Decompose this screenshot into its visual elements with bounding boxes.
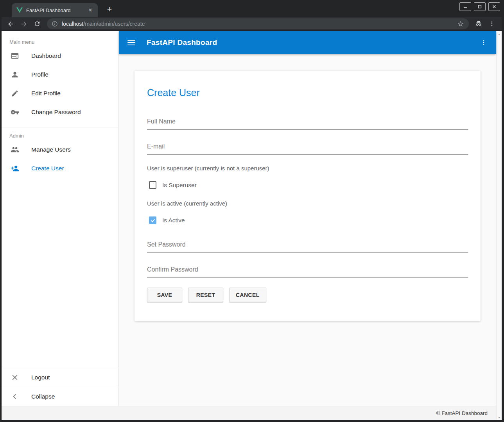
back-button[interactable] [5, 18, 16, 30]
check-icon [150, 218, 156, 223]
create-user-card: Create User User is superuser (currently… [135, 71, 481, 321]
sidebar-item-change-password[interactable]: Change Password [2, 103, 118, 122]
main-area: FastAPI Dashboard Create User [119, 31, 496, 406]
incognito-icon [475, 20, 482, 28]
set-password-field-wrap [147, 240, 468, 253]
app-title: FastAPI Dashboard [147, 38, 217, 47]
forward-button[interactable] [18, 18, 30, 30]
close-x-icon [11, 373, 19, 382]
superuser-note: User is superuser (currently is not a su… [147, 165, 468, 172]
email-field-wrap [147, 141, 468, 155]
sidebar-item-label: Create User [31, 165, 64, 172]
is-active-checkbox[interactable] [149, 216, 156, 224]
reset-button[interactable]: RESET [188, 288, 223, 302]
is-active-label: Is Active [162, 217, 185, 224]
confirm-password-input[interactable] [147, 265, 468, 278]
sidebar-item-dashboard[interactable]: Dashboard [2, 46, 118, 65]
site-info-icon[interactable] [52, 21, 58, 27]
url-text[interactable]: localhost/main/admin/users/create [62, 21, 453, 27]
appbar-menu-button[interactable] [477, 36, 490, 49]
chevron-left-icon [11, 392, 19, 401]
bookmark-star-icon[interactable] [457, 20, 464, 27]
browser-tab[interactable]: FastAPI Dashboard ✕ [12, 3, 98, 17]
pencil-icon [11, 89, 19, 98]
sidebar-item-label: Logout [31, 374, 50, 381]
vue-favicon-icon [16, 7, 23, 13]
is-superuser-checkbox-row[interactable]: Is Superuser [147, 181, 468, 189]
footer-copyright: © FastAPI Dashboard [436, 410, 488, 416]
tab-title: FastAPI Dashboard [26, 7, 83, 13]
sidebar-item-logout[interactable]: Logout [2, 368, 118, 387]
sidebar-section-admin: Admin [2, 127, 118, 140]
tab-close-icon[interactable]: ✕ [87, 7, 94, 14]
reload-button[interactable] [31, 18, 43, 30]
url-host: localhost [62, 21, 83, 27]
three-dots-icon [481, 39, 487, 46]
sidebar-section-main-menu: Main menu [2, 31, 118, 46]
incognito-indicator [473, 18, 484, 30]
is-superuser-label: Is Superuser [162, 182, 197, 189]
tab-strip: FastAPI Dashboard ✕ + [2, 0, 502, 17]
new-tab-button[interactable]: + [104, 4, 115, 15]
forward-arrow-icon [20, 20, 28, 28]
sidebar-item-label: Manage Users [31, 146, 71, 153]
sidebar-item-collapse[interactable]: Collapse [2, 387, 118, 406]
back-arrow-icon [7, 20, 14, 28]
full-name-field-wrap [147, 116, 468, 130]
sidebar-item-profile[interactable]: Profile [2, 65, 118, 84]
scroll-up-icon[interactable]: ▲ [498, 33, 500, 36]
footer: © FastAPI Dashboard [2, 406, 496, 420]
hamburger-menu-icon[interactable] [127, 40, 135, 45]
browser-menu-button[interactable] [486, 18, 498, 30]
window-close-button[interactable] [488, 2, 500, 11]
dashboard-web-icon [11, 52, 19, 60]
reload-icon [34, 20, 41, 27]
people-icon [11, 145, 19, 154]
window-controls [459, 2, 500, 11]
page: Main menu Dashboard Profile [2, 31, 502, 420]
window-minimize-button[interactable] [459, 2, 471, 11]
sidebar-item-label: Profile [31, 71, 48, 78]
full-name-input[interactable] [147, 116, 468, 130]
page-title: Create User [147, 87, 468, 98]
person-add-icon [11, 164, 19, 173]
minimize-icon [463, 4, 468, 9]
url-path: /main/admin/users/create [83, 21, 145, 27]
three-dots-icon [489, 21, 495, 27]
close-icon [492, 4, 497, 9]
sidebar-item-edit-profile[interactable]: Edit Profile [2, 84, 118, 103]
app-bar: FastAPI Dashboard [119, 31, 496, 54]
is-superuser-checkbox[interactable] [149, 181, 156, 189]
sidebar-item-label: Collapse [31, 393, 55, 400]
email-input[interactable] [147, 141, 468, 155]
sidebar-item-label: Change Password [31, 109, 81, 116]
active-note: User is active (currently active) [147, 200, 468, 207]
form-actions: SAVE RESET CANCEL [147, 288, 468, 302]
maximize-icon [477, 4, 482, 9]
sidebar-item-create-user[interactable]: Create User [2, 159, 118, 178]
sidebar: Main menu Dashboard Profile [2, 31, 119, 406]
confirm-password-field-wrap [147, 265, 468, 278]
scroll-down-icon[interactable]: ▼ [498, 416, 500, 419]
browser-toolbar: localhost/main/admin/users/create [2, 17, 502, 31]
vertical-scrollbar[interactable]: ▲ ▼ [496, 31, 502, 420]
save-button[interactable]: SAVE [147, 288, 182, 302]
sidebar-item-manage-users[interactable]: Manage Users [2, 140, 118, 159]
sidebar-item-label: Edit Profile [31, 90, 61, 97]
browser-window: FastAPI Dashboard ✕ + local [0, 0, 504, 422]
window-maximize-button[interactable] [474, 2, 486, 11]
sidebar-item-label: Dashboard [31, 52, 61, 59]
cancel-button[interactable]: CANCEL [229, 288, 266, 302]
content-area: Create User User is superuser (currently… [119, 54, 496, 406]
key-icon [11, 108, 19, 116]
url-bar[interactable]: localhost/main/admin/users/create [47, 18, 469, 29]
person-icon [11, 70, 19, 79]
is-active-checkbox-row[interactable]: Is Active [147, 216, 468, 224]
set-password-input[interactable] [147, 240, 468, 253]
